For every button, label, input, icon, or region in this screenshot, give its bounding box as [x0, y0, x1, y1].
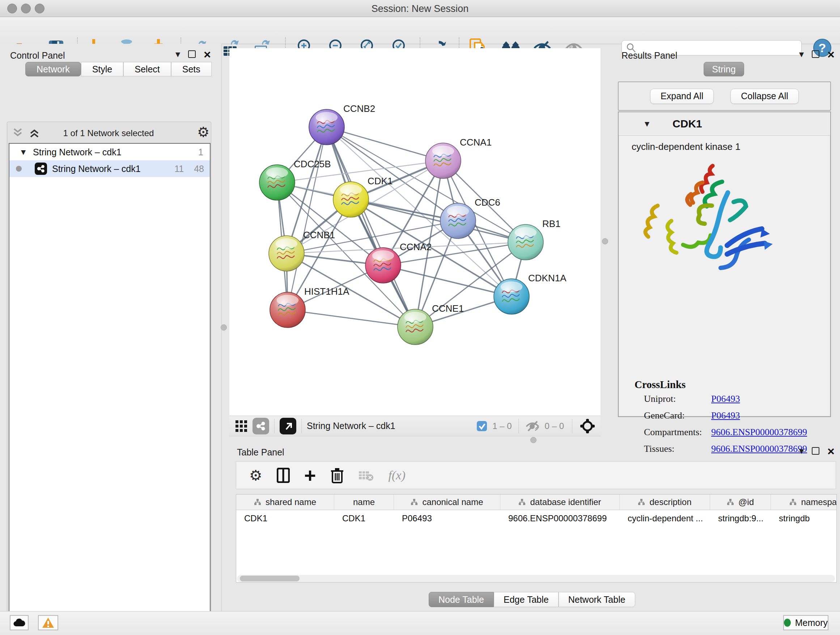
- crosslink-link[interactable]: P06493: [711, 410, 740, 421]
- grid-icon: [235, 420, 248, 432]
- warnings-button[interactable]: [38, 615, 58, 630]
- tab-edge-table[interactable]: Edge Table: [494, 592, 559, 607]
- column-header-canonical-name[interactable]: canonical name: [394, 494, 500, 510]
- network-edge[interactable]: [287, 127, 327, 310]
- network-edge[interactable]: [327, 127, 415, 327]
- crosshair-icon[interactable]: [580, 419, 595, 433]
- tab-network-table[interactable]: Network Table: [559, 592, 635, 607]
- table-cell[interactable]: 9606.ENSP00000378699: [500, 510, 620, 527]
- collapse-protein-icon[interactable]: ▼: [645, 120, 649, 127]
- vertical-splitter-handle[interactable]: [221, 325, 227, 331]
- float-panel-icon[interactable]: ▼: [799, 448, 804, 455]
- protein-header[interactable]: ▼ CDK1: [619, 112, 830, 136]
- crosslink-row: Uniprot:P06493: [635, 391, 815, 407]
- table-cell[interactable]: CDK1: [236, 510, 334, 527]
- column-source-icon: [254, 499, 261, 506]
- table-row[interactable]: CDK1CDK1P064939606.ENSP00000378699cyclin…: [236, 510, 836, 527]
- protein-result-card: ▼ CDK1 cyclin-dependent kinase 1: [618, 111, 831, 417]
- column-header-shared-name[interactable]: shared name: [236, 494, 334, 510]
- control-panel-tabs: NetworkStyleSelectSets: [25, 62, 212, 76]
- network-edge[interactable]: [287, 310, 415, 327]
- network-node-hist1h1a[interactable]: HIST1H1A: [270, 286, 349, 328]
- network-canvas[interactable]: CCNB2CCNA1CDC25BCDK1CDC6RB1CCNB1CCNA2CDK…: [229, 48, 600, 416]
- node-table[interactable]: shared namenamecanonical namedatabase id…: [236, 494, 837, 583]
- expand-all-icon[interactable]: [29, 127, 40, 138]
- delete-column-icon[interactable]: [331, 467, 344, 483]
- maximize-panel-icon[interactable]: [812, 447, 819, 455]
- float-panel-icon[interactable]: ▼: [175, 51, 180, 58]
- status-bar: [0, 611, 840, 635]
- table-options-gear-icon[interactable]: ⚙: [249, 467, 262, 484]
- network-node-rb1[interactable]: RB1: [508, 218, 561, 260]
- show-grid-button[interactable]: [235, 420, 248, 432]
- close-panel-icon[interactable]: ×: [827, 51, 835, 58]
- collection-expand-icon[interactable]: ▼: [21, 149, 26, 156]
- tab-select[interactable]: Select: [123, 62, 171, 76]
- expand-all-button[interactable]: Expand All: [650, 89, 714, 104]
- close-panel-icon[interactable]: ×: [827, 448, 835, 455]
- node-label: HIST1H1A: [304, 286, 349, 297]
- function-builder-icon: f(x): [388, 469, 406, 482]
- results-tab-string[interactable]: String: [704, 62, 744, 76]
- tab-style[interactable]: Style: [81, 62, 124, 76]
- protein-description: cyclin-dependent kinase 1: [632, 141, 741, 152]
- column-header-name[interactable]: name: [334, 494, 394, 510]
- network-row[interactable]: String Network – cdk1 11 48: [9, 160, 210, 177]
- toolbar-divider: [274, 419, 275, 433]
- table-panel-controls: ▼ ×: [799, 447, 835, 455]
- application-window: Session: New Session: [0, 0, 840, 635]
- network-node-cdc25b[interactable]: CDC25B: [259, 158, 331, 200]
- float-panel-icon[interactable]: ▼: [799, 51, 804, 58]
- maximize-panel-icon[interactable]: [188, 50, 196, 58]
- table-cell[interactable]: cyclin-dependent ...: [620, 510, 710, 527]
- scrollbar-thumb[interactable]: [240, 576, 300, 581]
- show-columns-icon[interactable]: [277, 468, 290, 483]
- birdseye-view-button[interactable]: [279, 418, 296, 434]
- external-arrow-icon: [283, 421, 293, 431]
- table-panel-title: Table Panel: [237, 447, 284, 458]
- toolbar-divider: [518, 419, 519, 433]
- table-cell[interactable]: CDK1: [334, 510, 394, 527]
- network-node-cdc6[interactable]: CDC6: [440, 197, 500, 239]
- column-header-database-identifier[interactable]: database identifier: [500, 494, 620, 510]
- crosslink-link[interactable]: 9606.ENSP00000378699: [711, 427, 807, 438]
- add-column-icon[interactable]: +: [304, 468, 316, 483]
- network-node-ccnb1[interactable]: CCNB1: [269, 230, 335, 271]
- cloud-button[interactable]: [10, 615, 28, 630]
- selected-checkbox-icon[interactable]: [477, 421, 487, 432]
- table-horizontal-scrollbar[interactable]: [237, 575, 835, 582]
- tab-network[interactable]: Network: [25, 62, 81, 76]
- table-cell[interactable]: stringdb: [771, 510, 837, 527]
- maximize-panel-icon[interactable]: [812, 50, 819, 58]
- network-type-icon: [35, 163, 47, 175]
- column-header-namespace[interactable]: namespace: [771, 494, 837, 510]
- network-view-type-button[interactable]: [253, 418, 269, 434]
- collapse-all-icon[interactable]: [12, 127, 23, 138]
- network-edge[interactable]: [327, 127, 443, 161]
- tab-node-table[interactable]: Node Table: [429, 592, 494, 607]
- network-node-cdkn1a[interactable]: CDKN1A: [494, 272, 567, 314]
- right-splitter-handle[interactable]: [602, 238, 608, 244]
- memory-button[interactable]: Memory: [783, 615, 829, 630]
- network-selected-info: 1 of 1 Network selected: [43, 128, 174, 138]
- network-options-gear-icon[interactable]: ⚙: [197, 124, 210, 140]
- column-source-icon: [727, 499, 734, 506]
- network-collection-row[interactable]: ▼ String Network – cdk1 1: [9, 144, 210, 160]
- horizontal-splitter-handle[interactable]: [531, 437, 537, 443]
- column-label: database identifier: [530, 497, 601, 507]
- column-header-description[interactable]: description: [620, 494, 710, 510]
- column-source-icon: [789, 499, 797, 506]
- node-label: CCNA1: [460, 137, 492, 148]
- table-cell[interactable]: stringdb:9...: [710, 510, 771, 527]
- table-header-row: shared namenamecanonical namedatabase id…: [236, 494, 836, 510]
- close-panel-icon[interactable]: ×: [204, 51, 211, 58]
- collapse-all-button[interactable]: Collapse All: [730, 89, 799, 104]
- table-cell[interactable]: P06493: [394, 510, 500, 527]
- crosslink-link[interactable]: P06493: [711, 394, 740, 404]
- crosslink-label: Uniprot:: [635, 394, 711, 404]
- table-toolbar: ⚙ + f(x): [236, 461, 836, 489]
- crosslink-row: GeneCard:P06493: [635, 407, 815, 424]
- column-header--id[interactable]: @id: [710, 494, 771, 510]
- network-node-ccna1[interactable]: CCNA1: [425, 137, 492, 179]
- tab-sets[interactable]: Sets: [171, 62, 212, 76]
